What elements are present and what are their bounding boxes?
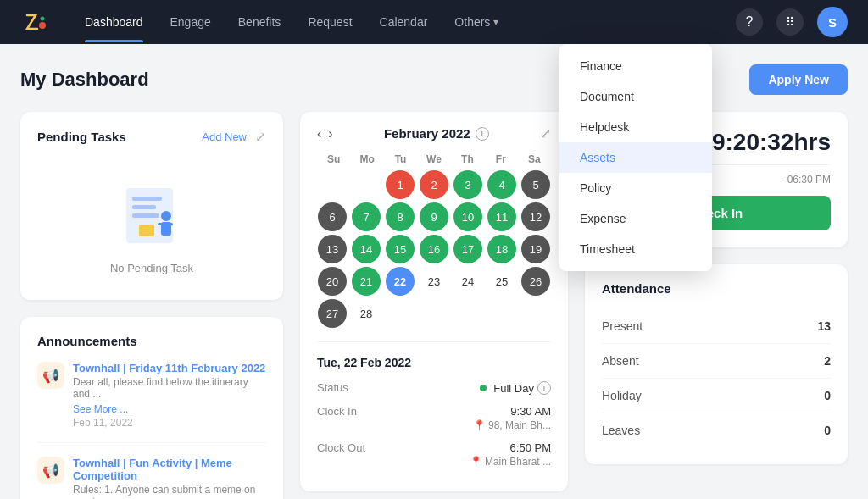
clock-in-location-text: 98, Main Bh... bbox=[488, 419, 551, 431]
navbar: Dashboard Engage Benefits Request Calend… bbox=[0, 0, 868, 44]
left-column: Pending Tasks Add New ⤢ bbox=[20, 112, 283, 499]
cal-day-19[interactable]: 19 bbox=[521, 235, 550, 263]
cal-day-22[interactable]: 22 bbox=[386, 267, 415, 296]
att-present-label: Present bbox=[602, 319, 643, 333]
nav-benefits[interactable]: Benefits bbox=[238, 2, 281, 42]
apply-new-button[interactable]: Apply New bbox=[749, 64, 848, 95]
pin-icon-in: 📍 bbox=[473, 419, 486, 431]
ann-date-1: Feb 11, 2022 bbox=[73, 417, 266, 429]
cal-day-2[interactable]: 2 bbox=[420, 170, 448, 199]
cal-day-8[interactable]: 8 bbox=[386, 202, 415, 231]
pending-tasks-title: Pending Tasks bbox=[37, 130, 126, 144]
chevron-down-icon: ▾ bbox=[493, 16, 498, 28]
dropdown-item-finance[interactable]: Finance bbox=[559, 51, 712, 81]
svg-rect-5 bbox=[132, 205, 156, 209]
calendar-nav: ‹ › bbox=[317, 126, 333, 141]
calendar-info-icon[interactable]: i bbox=[476, 127, 489, 141]
ann-body-1: Townhall | Friday 11th February 2022 Dea… bbox=[73, 362, 266, 429]
cal-day-20[interactable]: 20 bbox=[318, 267, 347, 296]
cal-day-17[interactable]: 17 bbox=[453, 235, 482, 263]
nav-others[interactable]: Others ▾ bbox=[454, 2, 498, 42]
selected-date-label: Tue, 22 Feb 2022 bbox=[317, 356, 551, 369]
dropdown-item-expense[interactable]: Expense bbox=[559, 203, 712, 234]
grid-icon-btn[interactable]: ⠿ bbox=[776, 8, 804, 36]
cal-day-18[interactable]: 18 bbox=[487, 235, 516, 263]
pending-tasks-actions: Add New ⤢ bbox=[202, 129, 266, 145]
ann-title-1[interactable]: Townhall | Friday 11th February 2022 bbox=[73, 362, 266, 374]
calendar-month-label: February 2022 bbox=[384, 126, 470, 141]
cal-day-13[interactable]: 13 bbox=[318, 235, 347, 263]
user-avatar[interactable]: S bbox=[817, 7, 848, 37]
cal-day-25[interactable]: 25 bbox=[487, 267, 516, 296]
cal-next-btn[interactable]: › bbox=[328, 126, 332, 141]
expand-icon[interactable]: ⤢ bbox=[255, 129, 266, 145]
weekday-mo: Mo bbox=[350, 153, 383, 165]
help-icon-btn[interactable]: ? bbox=[736, 8, 763, 36]
svg-point-1 bbox=[39, 22, 46, 29]
cal-day-15[interactable]: 15 bbox=[386, 235, 415, 263]
nav-engage[interactable]: Engage bbox=[170, 2, 211, 42]
attendance-present-row: Present 13 bbox=[602, 309, 831, 344]
nav-request[interactable]: Request bbox=[308, 2, 352, 42]
ann-desc-1: Dear all, please find below the itinerar… bbox=[73, 376, 266, 400]
dropdown-item-assets[interactable]: Assets bbox=[559, 142, 712, 173]
pin-icon-out: 📍 bbox=[470, 456, 482, 468]
cal-prev-btn[interactable]: ‹ bbox=[317, 126, 321, 141]
dropdown-item-policy[interactable]: Policy bbox=[559, 173, 712, 203]
ann-see-more-1[interactable]: See More ... bbox=[73, 403, 266, 415]
dropdown-item-helpdesk[interactable]: Helpdesk bbox=[559, 112, 712, 142]
middle-column: ‹ › February 2022 i ⤢ Su Mo Tu We Th bbox=[300, 112, 568, 499]
add-new-link[interactable]: Add New bbox=[202, 130, 247, 143]
att-holiday-value: 0 bbox=[824, 389, 831, 402]
nav-links: Dashboard Engage Benefits Request Calend… bbox=[85, 2, 736, 42]
status-value: Full Day i bbox=[480, 381, 551, 395]
cal-day-10[interactable]: 10 bbox=[453, 202, 482, 231]
cal-day-16[interactable]: 16 bbox=[420, 235, 448, 263]
announcements-card: Announcements 📢 Townhall | Friday 11th F… bbox=[20, 317, 283, 499]
cal-day-14[interactable]: 14 bbox=[352, 235, 381, 263]
calendar-header: ‹ › February 2022 i ⤢ bbox=[317, 125, 551, 141]
att-holiday-label: Holiday bbox=[602, 389, 642, 402]
cal-day-24[interactable]: 24 bbox=[453, 267, 482, 296]
cal-day-empty-1 bbox=[352, 170, 381, 199]
cal-day-23[interactable]: 23 bbox=[420, 267, 448, 296]
status-info-icon[interactable]: i bbox=[537, 381, 551, 395]
main-content: My Dashboard Apply New Pending Tasks Add… bbox=[0, 44, 868, 499]
weekday-su: Su bbox=[317, 153, 350, 165]
cal-day-4[interactable]: 4 bbox=[487, 170, 516, 199]
status-value-text: Full Day bbox=[493, 382, 534, 395]
cal-day-26[interactable]: 26 bbox=[521, 267, 550, 296]
dashboard-grid: Pending Tasks Add New ⤢ bbox=[20, 112, 848, 499]
app-logo[interactable] bbox=[20, 7, 51, 37]
ann-icon-2: 📢 bbox=[37, 457, 64, 484]
svg-rect-10 bbox=[168, 223, 173, 225]
cal-expand-icon[interactable]: ⤢ bbox=[540, 125, 551, 141]
dropdown-item-timesheet[interactable]: Timesheet bbox=[559, 234, 712, 264]
nav-calendar[interactable]: Calendar bbox=[380, 2, 428, 42]
announcements-header: Announcements bbox=[37, 334, 266, 348]
clock-in-value: 9:30 AM 📍 98, Main Bh... bbox=[473, 405, 551, 431]
cal-day-21[interactable]: 21 bbox=[352, 267, 381, 296]
dropdown-item-document[interactable]: Document bbox=[559, 81, 712, 112]
cal-day-28[interactable]: 28 bbox=[352, 299, 381, 328]
clock-out-row: Clock Out 6:50 PM 📍 Main Bharat ... bbox=[317, 441, 551, 468]
cal-day-11[interactable]: 11 bbox=[487, 202, 516, 231]
cal-day-7[interactable]: 7 bbox=[352, 202, 381, 231]
weekday-fr: Fr bbox=[484, 153, 517, 165]
shift-time-label: - 06:30 PM bbox=[781, 174, 831, 186]
day-detail: Tue, 22 Feb 2022 Status Full Day i Clock… bbox=[317, 341, 551, 468]
pending-illustration bbox=[114, 175, 190, 252]
ann-title-2[interactable]: Townhall | Fun Activity | Meme Competiti… bbox=[73, 457, 266, 482]
clock-in-location: 📍 98, Main Bh... bbox=[473, 419, 551, 431]
clock-out-label: Clock Out bbox=[317, 441, 365, 454]
status-label: Status bbox=[317, 381, 348, 394]
nav-dashboard[interactable]: Dashboard bbox=[85, 2, 143, 42]
cal-day-5[interactable]: 5 bbox=[521, 170, 550, 199]
cal-day-27[interactable]: 27 bbox=[318, 299, 347, 328]
cal-day-1[interactable]: 1 bbox=[386, 170, 415, 199]
no-pending-label: No Pending Task bbox=[110, 262, 193, 274]
cal-day-3[interactable]: 3 bbox=[453, 170, 482, 199]
cal-day-6[interactable]: 6 bbox=[318, 202, 347, 231]
cal-day-9[interactable]: 9 bbox=[420, 202, 448, 231]
cal-day-12[interactable]: 12 bbox=[521, 202, 550, 231]
